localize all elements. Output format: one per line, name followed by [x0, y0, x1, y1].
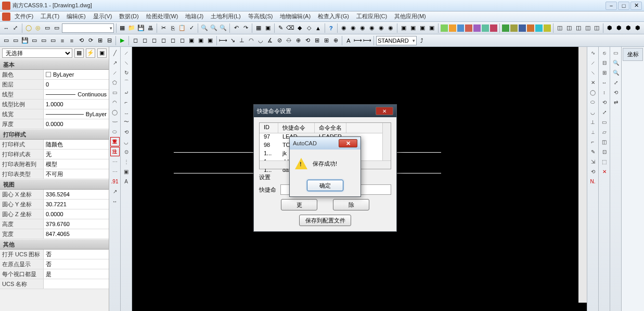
tb-new-icon[interactable]: ▦ [119, 24, 127, 32]
prop-ltype-value[interactable]: Continuous [44, 90, 109, 99]
prop-ucsn-value[interactable] [44, 279, 109, 289]
tb-redo-icon[interactable]: ↷ [241, 24, 250, 32]
select-objects-icon[interactable]: ▦ [74, 48, 84, 58]
mod-b1-icon[interactable]: ⎋ [600, 48, 609, 57]
msgbox-close-icon[interactable]: ✕ [339, 139, 357, 147]
menu-engineering[interactable]: 工程应用(C) [353, 11, 390, 21]
tb-color4-icon[interactable] [465, 24, 472, 32]
tb2-h-icon[interactable]: ⟲ [77, 36, 85, 45]
tb-color5-icon[interactable] [473, 24, 481, 32]
tb-grid-icon[interactable]: ▦ [254, 24, 263, 32]
tb2-dim1-icon[interactable]: ⟼ [219, 36, 227, 45]
menu-draw[interactable]: 绘图处理(W) [143, 11, 182, 21]
tb2-dim8-icon[interactable]: ⦵ [285, 36, 293, 45]
tb-color6-icon[interactable] [482, 24, 489, 32]
menu-check[interactable]: 检查入库(G) [315, 11, 352, 21]
tb-layer-icon[interactable]: ◯ [24, 24, 33, 32]
prop-pattach-value[interactable]: 模型 [44, 159, 109, 169]
mod-b4-icon[interactable]: ↔ [600, 78, 609, 87]
tb-color8-icon[interactable] [502, 24, 509, 32]
coord-palette-tab[interactable]: 坐标 [623, 48, 643, 61]
tb-ext3-icon[interactable]: ◉ [358, 24, 367, 32]
tb-misc1-icon[interactable]: ◫ [556, 24, 564, 32]
mod-c6-icon[interactable]: ⇄ [611, 97, 621, 107]
tb-color13-icon[interactable] [544, 24, 551, 32]
tb-misc2-icon[interactable]: ◫ [565, 24, 573, 32]
mod-a7-icon[interactable]: ◡ [588, 107, 598, 117]
tool-text-icon[interactable]: A [122, 177, 131, 186]
tb-zoomwin-icon[interactable]: 🔍 [219, 24, 227, 32]
prop-thick-value[interactable]: 0.0000 [44, 119, 109, 129]
prop-color-value[interactable]: ByLayer [44, 70, 109, 79]
mod-c3-icon[interactable]: 🔍 [611, 68, 621, 77]
tb-ext10-icon[interactable]: ▣ [428, 24, 436, 32]
tb-tool-a-icon[interactable]: ◆ [295, 24, 304, 32]
tb-open-icon[interactable]: 📁 [127, 24, 136, 32]
draw-line-icon[interactable]: ╱ [110, 48, 120, 57]
draw-spline-icon[interactable]: 〰 [110, 117, 120, 127]
tb-color3-icon[interactable] [457, 24, 465, 32]
tb-ext5-icon[interactable]: ◉ [377, 24, 385, 32]
tb-block-icon[interactable]: ▣ [264, 24, 272, 32]
tb2-n-icon[interactable]: ◻ [150, 36, 158, 45]
prop-cy-value[interactable]: 30.7221 [44, 200, 109, 209]
tb2-i-icon[interactable]: ⟳ [86, 36, 95, 45]
tb-layers2-icon[interactable]: ▭ [53, 24, 61, 32]
draw-more4-icon[interactable]: ↔ [110, 196, 120, 206]
tb-misc9-icon[interactable]: ⬢ [634, 24, 642, 32]
tb2-k-icon[interactable]: ⊟ [105, 36, 113, 45]
tb-layers-icon[interactable]: ▭ [43, 24, 51, 32]
layer-dropdown[interactable] [62, 23, 114, 33]
tb2-dim5-icon[interactable]: ◡ [256, 36, 265, 45]
mod-a3-icon[interactable]: ⟍ [588, 68, 598, 77]
mod-b6-icon[interactable]: ⟲ [600, 97, 609, 107]
tool-a4-icon[interactable]: ⌒ [122, 78, 131, 87]
menu-data[interactable]: 数据(D) [116, 11, 141, 21]
tb2-f-icon[interactable]: ≡ [58, 36, 67, 45]
draw-ellipse-icon[interactable]: ⬭ [110, 127, 120, 136]
tool-a9-icon[interactable]: ⟲ [122, 127, 131, 136]
menu-view[interactable]: 显示(V) [90, 11, 115, 21]
prop-layer-value[interactable]: 0 [44, 80, 109, 89]
menu-cadastre[interactable]: 地籍(J) [182, 11, 207, 21]
tb-misc6-icon[interactable]: ⬢ [606, 24, 614, 32]
draw-polygon-icon[interactable]: ⬠ [110, 78, 120, 87]
tb-match-icon[interactable]: ✓ [187, 24, 196, 32]
app-menu-icon[interactable] [2, 13, 10, 21]
mod-b5-icon[interactable]: ↕ [600, 88, 609, 97]
tb-color12-icon[interactable] [535, 24, 543, 32]
tb-erase-icon[interactable]: ⌫ [286, 24, 294, 32]
draw-pline-icon[interactable]: ⟋ [110, 68, 120, 77]
tb-save-icon[interactable]: 💾 [137, 24, 145, 32]
mod-a2-icon[interactable]: ⟋ [588, 58, 598, 67]
tool-a6-icon[interactable]: ⌐ [122, 97, 131, 107]
tb2-p-icon[interactable]: ◻ [169, 36, 177, 45]
prop-cz-value[interactable]: 0.0000 [44, 209, 109, 219]
tb2-dim9-icon[interactable]: ⊕ [294, 36, 302, 45]
tb2-t-icon[interactable]: ▣ [206, 36, 214, 45]
tb2-s-icon[interactable]: ▣ [197, 36, 205, 45]
menu-contour[interactable]: 等高线(S) [245, 11, 276, 21]
prop-lweight-value[interactable]: ByLayer [44, 109, 109, 119]
prop-vp-value[interactable]: 是 [44, 269, 109, 279]
msgbox-ok-button[interactable]: 确定 [307, 180, 343, 191]
draw-chinese-icon[interactable]: 重 [110, 137, 120, 146]
tb-zoomin-icon[interactable]: 🔍 [200, 24, 209, 32]
mod-b7-icon[interactable]: ⤢ [600, 107, 609, 117]
canvas-v-scrollbar[interactable] [578, 47, 587, 303]
tb2-l-icon[interactable]: ◻ [131, 36, 139, 45]
tb2-q-icon[interactable]: ◻ [178, 36, 186, 45]
mod-b11-icon[interactable]: ⊡ [600, 147, 609, 156]
draw-rect-icon[interactable]: ▭ [110, 88, 120, 97]
tb-tool-b-icon[interactable]: ◇ [305, 24, 313, 32]
toggle-pane-icon[interactable]: ▣ [97, 48, 107, 58]
mod-c2-icon[interactable]: 🔍 [611, 58, 621, 67]
minimize-button[interactable]: − [606, 2, 617, 10]
mod-a1-icon[interactable]: ∿ [588, 48, 598, 57]
tb-color1-icon[interactable] [441, 24, 448, 32]
prop-ltscale-value[interactable]: 1.0000 [44, 99, 109, 109]
tb2-o-icon[interactable]: ◻ [159, 36, 168, 45]
mod-b10-icon[interactable]: ◫ [600, 137, 609, 146]
tool-a11-icon[interactable]: ⊙ [122, 147, 131, 156]
tool-a7-icon[interactable]: ⎵ [122, 107, 131, 117]
